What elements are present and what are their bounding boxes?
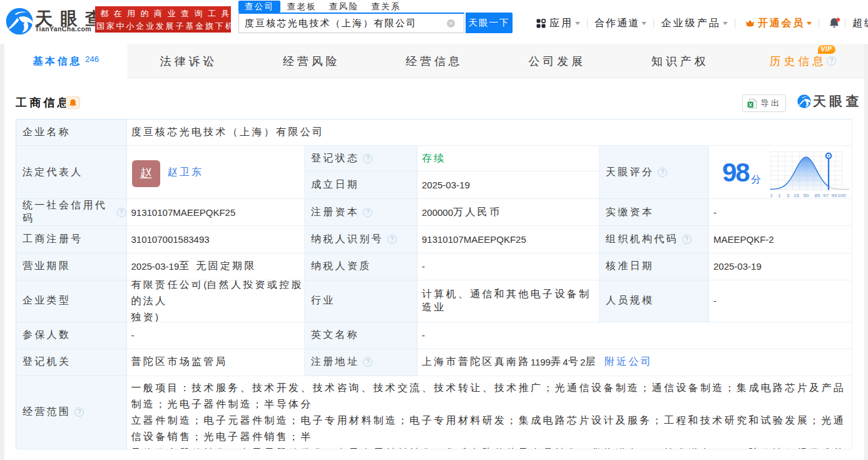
svg-text:100: 100 xyxy=(837,193,846,198)
svg-text:0: 0 xyxy=(770,193,773,198)
svg-text:3: 3 xyxy=(787,193,790,198)
svg-text:99: 99 xyxy=(832,193,837,198)
svg-text:97: 97 xyxy=(823,193,829,198)
svg-text:50: 50 xyxy=(804,193,809,198)
svg-text:85: 85 xyxy=(815,193,820,198)
svg-text:1: 1 xyxy=(778,193,781,198)
svg-text:15: 15 xyxy=(794,193,799,198)
